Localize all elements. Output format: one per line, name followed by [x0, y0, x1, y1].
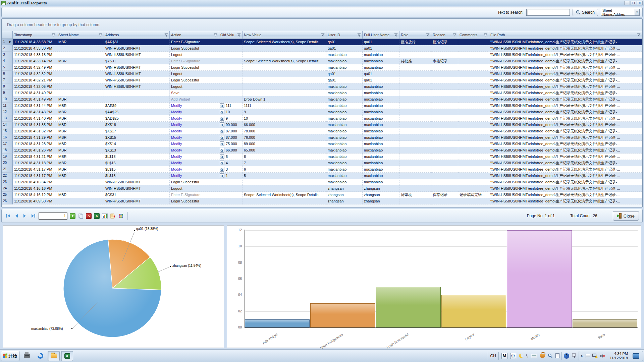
row-number[interactable]: 2	[2, 45, 13, 52]
ime-document-icon[interactable]	[555, 353, 559, 358]
table-row[interactable]: 2311/12/2018 4:16:34 PMWIN-HS58US0NHMTLo…	[2, 179, 642, 185]
row-number[interactable]: 14	[2, 122, 13, 128]
row-number[interactable]: 6	[2, 71, 13, 77]
row-number[interactable]: 24	[2, 185, 13, 192]
filter-icon[interactable]	[237, 33, 241, 37]
column-header-file-path[interactable]: File Path	[489, 31, 642, 39]
restore-button[interactable]: ❐	[631, 1, 636, 5]
column-header-role[interactable]: Role	[399, 31, 431, 39]
filter-icon[interactable]	[52, 33, 55, 37]
row-number[interactable]: 13	[2, 115, 13, 122]
magnifier-icon[interactable]	[220, 103, 224, 108]
column-header-reason[interactable]: Reason	[431, 31, 458, 39]
filter-icon[interactable]	[484, 33, 487, 37]
chart-icon[interactable]	[102, 213, 108, 219]
table-row[interactable]: 1211/12/2018 4:31:43 PMMBR$AA$25Modify10…	[2, 109, 642, 115]
magnifier-icon[interactable]	[220, 161, 224, 165]
magnifier-icon[interactable]	[220, 110, 224, 114]
grid-view-icon[interactable]	[118, 213, 124, 219]
column-header-full-user-name[interactable]: Full User Name	[363, 31, 399, 39]
table-row[interactable]: 211/12/2018 4:33:30 PMWIN-HS58US0NHMTLog…	[2, 45, 642, 52]
row-number[interactable]: 9	[2, 90, 13, 96]
taskbar-item-printer[interactable]	[21, 351, 33, 361]
cell-action[interactable]: Modify	[170, 166, 219, 173]
table-row[interactable]: 311/12/2018 4:33:18 PMWIN-HS58US0NHMTLog…	[2, 52, 642, 58]
cell-action[interactable]: Modify	[170, 147, 219, 154]
column-header-comments[interactable]: Comments	[458, 31, 489, 39]
ime-moon-icon[interactable]	[519, 354, 523, 358]
magnifier-icon[interactable]	[220, 173, 224, 178]
search-input[interactable]	[526, 9, 570, 16]
cell-action[interactable]: Add Widget	[170, 96, 219, 103]
row-number[interactable]: 5	[2, 64, 13, 71]
row-number[interactable]: 7	[2, 77, 13, 83]
column-header-sheet-name[interactable]: Sheet Name	[57, 31, 104, 39]
table-row[interactable]: 1711/12/2018 4:31:28 PMMBR$X$14Modify75.…	[2, 141, 642, 147]
column-header-user-id[interactable]: User ID	[326, 31, 363, 39]
filter-icon[interactable]	[426, 33, 430, 37]
ime-chinese-icon[interactable]: 中	[510, 353, 516, 359]
column-header-address[interactable]: Address	[104, 31, 170, 39]
export-list-icon[interactable]	[110, 213, 116, 219]
table-row[interactable]: 1611/12/2018 4:31:29 PMMBR$X$15Modify87.…	[2, 134, 642, 141]
row-number[interactable]: 16	[2, 134, 13, 141]
row-number[interactable]: 21	[2, 166, 13, 173]
table-row[interactable]: 2411/12/2018 4:16:16 PMWIN-HS58US0NHMTLo…	[2, 185, 642, 192]
table-row[interactable]: 1▶11/12/2018 4:33:58 PMMBR$AR$31Enter E-…	[2, 39, 642, 45]
search-button[interactable]: Search	[573, 9, 598, 16]
filter-icon[interactable]	[637, 33, 641, 37]
row-number[interactable]: 10	[2, 96, 13, 103]
row-number[interactable]: 15	[2, 128, 13, 134]
row-number[interactable]: 12	[2, 109, 13, 115]
show-hidden-icons-chevron[interactable]: «	[580, 355, 584, 357]
row-number[interactable]: 4	[2, 58, 13, 64]
export-pdf-icon[interactable]: A	[86, 213, 92, 219]
filter-icon[interactable]	[164, 33, 168, 37]
row-number[interactable]: 8	[2, 83, 13, 90]
magnifier-icon[interactable]	[220, 129, 224, 133]
cell-action[interactable]: Modify	[170, 115, 219, 122]
table-row[interactable]: 1811/12/2018 4:31:26 PMMBR$X$13Modify66.…	[2, 147, 642, 154]
filter-icon[interactable]	[321, 33, 325, 37]
row-number[interactable]: 11	[2, 103, 13, 109]
cell-action[interactable]: Modify	[170, 173, 219, 179]
table-row[interactable]: 411/12/2018 4:33:14 PMMBR$Y$31Enter E-Si…	[2, 58, 642, 64]
table-row[interactable]: 1311/12/2018 4:31:40 PMMBR$AD$25Modify91…	[2, 115, 642, 122]
table-row[interactable]: 2511/12/2018 4:16:12 PMMBR$C$31Enter E-S…	[2, 192, 642, 198]
table-row[interactable]: 811/12/2018 4:32:05 PMWIN-HS58US0NHMTLog…	[2, 83, 642, 90]
go-page-button[interactable]	[70, 213, 75, 219]
column-header-new-value[interactable]: New Value	[243, 31, 326, 39]
group-by-bar[interactable]: Drag a column header here to group by th…	[2, 19, 642, 31]
magnifier-icon[interactable]	[220, 116, 224, 121]
filter-icon[interactable]	[453, 33, 457, 37]
table-row[interactable]: 2611/12/2018 4:09:50 PMWIN-HS58US0NHMTLo…	[2, 198, 642, 204]
taskbar-item-excel[interactable]: X	[61, 351, 73, 361]
ime-bar-toggle-icon[interactable]	[572, 353, 576, 358]
table-row[interactable]: 1011/12/2018 4:31:49 PMMBRAdd WidgetDrop…	[2, 96, 642, 103]
row-number[interactable]: 22	[2, 173, 13, 179]
column-header-old-valu[interactable]: Old Valu	[219, 31, 243, 39]
magnifier-icon[interactable]	[220, 141, 224, 146]
table-row[interactable]: 911/12/2018 4:31:49 PMSavemaxianbiaomaxi…	[2, 90, 642, 96]
table-row[interactable]: 1411/12/2018 4:31:35 PMMBR$X$18Modify90.…	[2, 122, 642, 128]
magnifier-icon[interactable]	[220, 167, 224, 172]
volume-muted-icon[interactable]: ✕	[600, 354, 605, 358]
prev-page-button[interactable]	[13, 213, 19, 219]
magnifier-icon[interactable]	[220, 122, 224, 127]
cell-action[interactable]: Modify	[170, 141, 219, 147]
filter-icon[interactable]	[357, 33, 361, 37]
table-row[interactable]: 2011/12/2018 4:31:18 PMMBR$L$16Modify47m…	[2, 160, 642, 166]
row-number[interactable]: 20	[2, 160, 13, 166]
cell-action[interactable]: Modify	[170, 134, 219, 141]
minimize-button[interactable]: –	[624, 1, 630, 5]
ime-punct-icon[interactable]: °,	[526, 354, 528, 358]
close-window-button[interactable]: ×	[637, 1, 643, 5]
table-row[interactable]: 1911/12/2018 4:31:21 PMMBR$L$18Modify68m…	[2, 154, 642, 160]
row-number[interactable]: 17	[2, 141, 13, 147]
table-row[interactable]: 711/12/2018 4:32:21 PMWIN-HS58US0NHMTLog…	[2, 77, 642, 83]
row-number[interactable]: 25	[2, 192, 13, 198]
magnifier-icon[interactable]	[220, 148, 224, 153]
cell-action[interactable]: Modify	[170, 128, 219, 134]
last-page-button[interactable]	[30, 213, 36, 219]
cell-action[interactable]: Modify	[170, 122, 219, 128]
